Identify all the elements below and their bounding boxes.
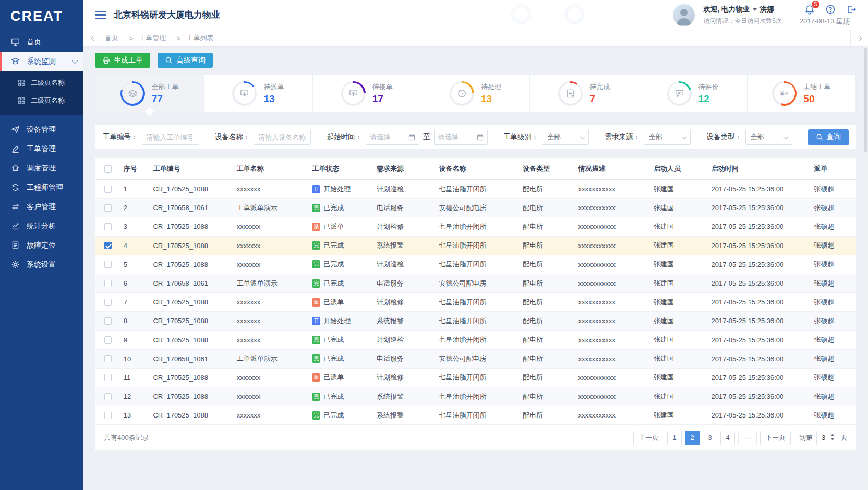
stat-card-to-finish[interactable]: 待完成 7 (530, 75, 638, 112)
sidebar-subitem-1[interactable]: 二级页名称 (0, 74, 83, 92)
cell-order-no: CR_170525_1088 (151, 185, 234, 193)
row-checkbox[interactable] (104, 261, 112, 268)
cell-device-type: 配电所 (521, 241, 576, 250)
sidebar-item-customer-mgmt[interactable]: 客户管理 (0, 197, 83, 216)
sidebar-item-home[interactable]: 首页 (0, 32, 83, 52)
status-badge: 完 (312, 393, 320, 401)
page-button-1[interactable]: 1 (667, 431, 682, 445)
search-icon (165, 56, 173, 64)
stat-card-open-orders[interactable]: ¥× 未结工单 50 (748, 75, 856, 112)
sidebar-item-system-settings[interactable]: 系统设置 (0, 255, 83, 274)
cell-seq: 10 (118, 355, 151, 363)
row-checkbox[interactable] (104, 393, 112, 400)
device-type-select[interactable]: 全部 (745, 130, 792, 145)
user-info-block: 欢迎, 电力物业 洪娜 访问情况：今日访问次数6次 (703, 4, 782, 25)
start-date-picker[interactable]: 请选择 (366, 130, 419, 145)
breadcrumb-item-list[interactable]: 工单列表 (187, 33, 214, 43)
table-header-row: 序号 工单编号 工单名称 工单状态 需求来源 设备名称 设备类型 情况描述 启动… (95, 158, 856, 180)
sidebar-item-fault-location[interactable]: 故障定位 (0, 236, 83, 255)
source-select[interactable]: 全部 (644, 130, 691, 145)
select-all-checkbox[interactable] (104, 165, 112, 173)
row-checkbox[interactable] (104, 242, 112, 249)
page-button-3[interactable]: 3 (703, 431, 717, 445)
table-row[interactable]: 11 CR_170525_1088 xxxxxxx 派 已派单 计划检修 七星油… (95, 369, 856, 387)
logout-icon[interactable] (846, 4, 857, 15)
help-icon[interactable] (825, 4, 836, 15)
next-page-button[interactable]: 下一页 (760, 431, 791, 445)
level-select[interactable]: 全部 (542, 130, 589, 145)
scrollbar-thumb[interactable] (864, 48, 867, 152)
sidebar-item-system-monitor[interactable]: 系统监测 (0, 52, 83, 71)
table-row[interactable]: 7 CR_170525_1088 xxxxxxx 派 已派单 计划检修 七星油脂… (95, 293, 856, 312)
stat-card-to-accept[interactable]: 待接单 17 (313, 75, 421, 112)
breadcrumb-item-home[interactable]: 首页 (105, 33, 118, 43)
row-checkbox[interactable] (104, 355, 112, 362)
user-dropdown-icon[interactable] (753, 8, 757, 11)
row-checkbox[interactable] (104, 186, 112, 193)
page-stepper[interactable] (830, 434, 835, 440)
table-row[interactable]: 10 CR_170658_1061 工单派单演示 完 已完成 电话服务 安德公司… (95, 350, 856, 369)
page-ellipsis[interactable]: ··· (738, 431, 757, 445)
table-row[interactable]: 5 CR_170525_1088 xxxxxxx 完 已完成 计划巡检 七星油脂… (95, 255, 856, 274)
notification-bell-icon[interactable]: 5 (804, 4, 815, 15)
row-checkbox[interactable] (104, 374, 112, 381)
row-checkbox[interactable] (104, 317, 112, 325)
cell-start-time: 2017-05-25 15:25:36:00 (709, 242, 812, 250)
table-row[interactable]: 1 CR_170525_1088 xxxxxxx 开 开始处理 计划巡检 七星油… (95, 180, 856, 199)
breadcrumb-item-workorder[interactable]: 工单管理 (139, 33, 166, 43)
row-checkbox[interactable] (104, 299, 112, 306)
sidebar-submenu: 二级页名称 二级页名称 (0, 71, 83, 115)
avatar[interactable] (673, 4, 695, 26)
sidebar-subitem-2[interactable]: 二级页名称 (0, 92, 83, 109)
cell-dispatcher: 张硕超 (812, 316, 856, 326)
table-row[interactable]: 3 CR_170525_1088 xxxxxxx 派 已派单 计划检修 七星油脂… (95, 217, 856, 236)
goto-prefix: 到第 (799, 433, 813, 443)
table-row[interactable]: 4 CR_170525_1088 xxxxxxx 完 已完成 系统报警 七星油脂… (95, 237, 856, 255)
table-row[interactable]: 8 CR_170525_1088 xxxxxxx 开 开始处理 系统报警 七星油… (95, 312, 856, 330)
prev-page-button[interactable]: 上一页 (633, 431, 664, 445)
page-button-4[interactable]: 4 (720, 431, 735, 445)
cell-status: 已派单 (323, 222, 344, 231)
breadcrumb-forward-button[interactable] (850, 30, 868, 46)
cell-device-type: 配电所 (521, 411, 576, 420)
cell-start-time: 2017-05-25 15:25:36:00 (709, 317, 812, 325)
sidebar-item-device-mgmt[interactable]: 设备管理 (0, 120, 83, 139)
end-date-picker[interactable]: 请选择 (434, 130, 488, 145)
table-row[interactable]: 13 CR_170525_1088 xxxxxxx 完 已完成 系统报警 七星油… (95, 406, 856, 425)
row-checkbox[interactable] (104, 223, 112, 230)
generate-workorder-button[interactable]: 生成工单 (95, 53, 150, 68)
cell-seq: 7 (118, 298, 151, 306)
menu-toggle-icon[interactable] (95, 11, 106, 19)
stat-card-all-orders[interactable]: 全部工单 77 (95, 75, 204, 112)
stat-card-to-review[interactable]: 待评价 12 (638, 75, 747, 112)
pagination: 上一页 1 2 3 4 ··· 下一页 到第 页 (633, 431, 848, 445)
cell-dispatcher: 张硕超 (812, 241, 856, 250)
row-checkbox[interactable] (104, 204, 112, 212)
goto-page-input[interactable] (822, 434, 831, 442)
device-name-input[interactable] (254, 130, 311, 145)
sidebar-item-dispatch-mgmt[interactable]: 调度管理 (0, 158, 83, 178)
cell-description: xxxxxxxxxxx (576, 336, 651, 344)
row-checkbox[interactable] (104, 280, 112, 287)
advanced-search-button[interactable]: 高级查询 (158, 53, 213, 68)
sidebar-item-stats-analysis[interactable]: 统计分析 (0, 216, 83, 236)
cell-description: xxxxxxxxxxx (576, 261, 651, 268)
breadcrumb-back-icon[interactable] (91, 35, 97, 41)
table-row[interactable]: 12 CR_170525_1088 xxxxxxx 完 已完成 系统报警 七星油… (95, 387, 856, 406)
row-checkbox[interactable] (104, 336, 112, 344)
stat-card-to-dispatch[interactable]: 待派单 13 (204, 75, 312, 112)
sidebar-item-workorder-mgmt[interactable]: 工单管理 (0, 139, 83, 158)
table-row[interactable]: 2 CR_170658_1061 工单派单演示 完 已完成 电话服务 安德公司配… (95, 199, 856, 217)
vertical-scrollbar[interactable] (864, 46, 868, 490)
table-row[interactable]: 9 CR_170525_1088 xxxxxxx 完 已完成 计划巡检 七星油脂… (95, 331, 856, 350)
page-button-2[interactable]: 2 (685, 431, 700, 445)
order-no-input[interactable] (142, 130, 199, 145)
query-button[interactable]: 查询 (808, 129, 849, 145)
table-row[interactable]: 6 CR_170658_1061 工单派单演示 完 已完成 电话服务 安德公司配… (95, 274, 856, 293)
cell-start-time: 2017-05-25 15:25:36:00 (709, 336, 812, 344)
inbox-down-icon (234, 83, 255, 104)
row-checkbox[interactable] (104, 412, 112, 419)
sidebar-item-engineer-mgmt[interactable]: 工程师管理 (0, 178, 83, 197)
cell-device-type: 配电所 (521, 373, 576, 382)
stat-card-to-process[interactable]: 待处理 13 (421, 75, 530, 112)
